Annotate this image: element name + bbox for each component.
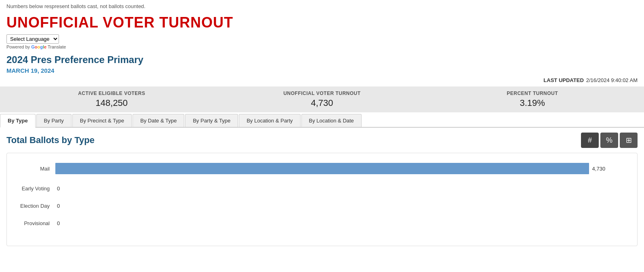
powered-by-text: Powered by Google Translate (6, 44, 638, 49)
tab-by-precinct-type[interactable]: By Precinct & Type (72, 114, 132, 127)
election-title: 2024 Pres Preference Primary (0, 51, 644, 66)
chart-bar-area: 0 (55, 186, 629, 192)
chart-row-label: Mail (15, 166, 55, 172)
chart-bar-area: 4,730 (55, 163, 629, 174)
stat-active-eligible-voters: ACTIVE ELIGIBLE VOTERS 148,250 (6, 91, 217, 108)
chart-row-label: Early Voting (15, 186, 55, 192)
tab-by-party[interactable]: By Party (36, 114, 72, 127)
chart-zero-value: 0 (57, 220, 60, 226)
chart-bar-area: 0 (55, 203, 629, 209)
chart-bar (55, 163, 589, 174)
stat-turnout-label: UNOFFICIAL VOTER TURNOUT (217, 91, 427, 96)
chart-row: Election Day0 (15, 203, 629, 209)
tab-by-type[interactable]: By Type (0, 114, 36, 128)
page-title: UNOFFICIAL VOTER TURNOUT (0, 13, 644, 33)
last-updated-bar: LAST UPDATED 2/16/2024 9:40:02 AM (0, 76, 644, 85)
tab-by-date-type[interactable]: By Date & Type (133, 114, 184, 127)
tabs-container: By TypeBy PartyBy Precinct & TypeBy Date… (0, 114, 644, 128)
tab-by-location-date[interactable]: By Location & Date (301, 114, 362, 127)
chart-row: Mail4,730 (15, 163, 629, 174)
stat-active-value: 148,250 (6, 98, 217, 108)
tab-by-party-type[interactable]: By Party & Type (185, 114, 238, 127)
number-view-button[interactable]: # (581, 133, 599, 148)
language-section: Select Language Powered by Google Transl… (0, 33, 644, 51)
chart-row: Provisional0 (15, 220, 629, 226)
notice-bar: Numbers below respresent ballots cast, n… (0, 0, 644, 13)
section-title: Total Ballots by Type (6, 135, 95, 145)
stats-bar: ACTIVE ELIGIBLE VOTERS 148,250 UNOFFICIA… (0, 86, 644, 112)
stat-turnout-value: 4,730 (217, 98, 427, 108)
stat-percent-value: 3.19% (427, 98, 638, 108)
section-header: Total Ballots by Type #%⊞ (0, 128, 644, 151)
chart-zero-value: 0 (57, 203, 60, 209)
stat-unofficial-voter-turnout: UNOFFICIAL VOTER TURNOUT 4,730 (217, 91, 427, 108)
language-select[interactable]: Select Language (6, 34, 59, 44)
stat-percent-turnout: PERCENT TURNOUT 3.19% (427, 91, 638, 108)
chart-zero-value: 0 (57, 186, 60, 192)
last-updated-value: 2/16/2024 9:40:02 AM (586, 77, 638, 83)
table-view-button[interactable]: ⊞ (620, 133, 638, 148)
percent-view-button[interactable]: % (600, 133, 618, 148)
chart-row-label: Election Day (15, 203, 55, 209)
stat-percent-label: PERCENT TURNOUT (427, 91, 638, 96)
tab-by-location-party[interactable]: By Location & Party (239, 114, 300, 127)
chart-container: Mail4,730Early Voting0Election Day0Provi… (6, 153, 638, 246)
view-buttons: #%⊞ (581, 133, 638, 148)
chart-row: Early Voting0 (15, 186, 629, 192)
notice-text: Numbers below respresent ballots cast, n… (0, 0, 644, 13)
chart-bar-value: 4,730 (592, 166, 606, 172)
stat-active-label: ACTIVE ELIGIBLE VOTERS (6, 91, 217, 96)
last-updated-label: LAST UPDATED (543, 77, 583, 83)
election-date: MARCH 19, 2024 (0, 66, 644, 76)
chart-row-label: Provisional (15, 220, 55, 226)
chart-bar-area: 0 (55, 220, 629, 226)
